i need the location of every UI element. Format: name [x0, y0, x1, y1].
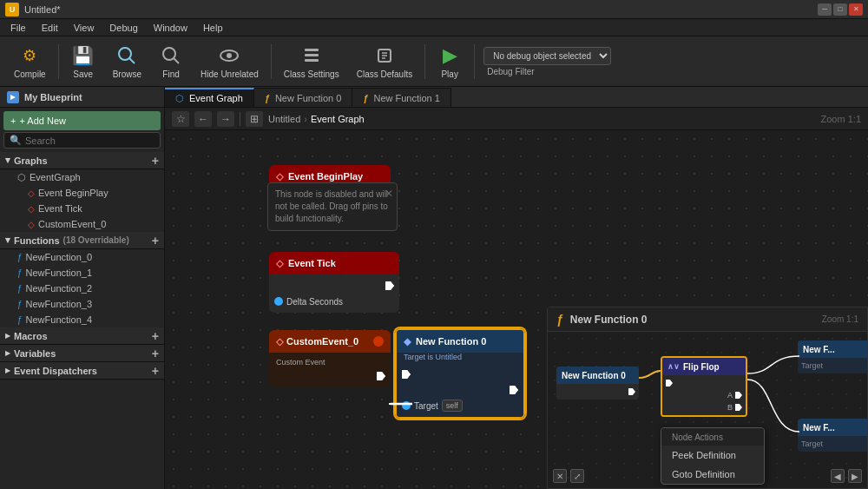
context-menu-peek[interactable]: Peek Definition — [661, 446, 764, 465]
newfunction-0-item[interactable]: ƒ NewFunction_0 — [0, 249, 164, 265]
menu-edit[interactable]: Edit — [35, 21, 65, 35]
hide-label: Hide Unrelated — [201, 69, 259, 79]
mini-node-new-right-bottom[interactable]: New F... Target — [798, 419, 867, 452]
node-custom-event[interactable]: ◇ CustomEvent_0 Custom Event — [269, 330, 391, 387]
menu-file[interactable]: File — [3, 21, 33, 35]
mini-wire-flip-to-right-bottom — [747, 380, 799, 432]
variables-add-button[interactable]: + — [152, 347, 159, 360]
newfunction-2-item[interactable]: ƒ NewFunction_2 — [0, 281, 164, 296]
mini-node-func-entry[interactable]: New Function 0 — [556, 367, 639, 400]
back-button[interactable]: ← — [194, 111, 212, 127]
toolbar-separator-4 — [474, 44, 475, 79]
context-menu-goto[interactable]: Goto Definition — [661, 465, 764, 484]
graphs-add-button[interactable]: + — [152, 154, 159, 168]
tick-exec-pin — [385, 281, 394, 290]
find-label: Find — [162, 69, 179, 79]
mini-node-new-right-top[interactable]: New F... Target — [798, 340, 867, 373]
mini-func-entry-exec — [556, 386, 639, 398]
graphs-section-header[interactable]: ▾ Graphs + — [0, 152, 164, 169]
graph-canvas[interactable]: ◇ Event BeginPlay ✕ This node is disable… — [165, 130, 868, 489]
mini-flip-exec-in — [662, 377, 746, 389]
functions-add-button[interactable]: + — [152, 234, 159, 248]
macros-label: Macros — [14, 331, 48, 341]
blueprint-icon — [7, 91, 19, 103]
find-button[interactable]: Find — [152, 40, 190, 83]
compile-button[interactable]: ⚙ Compile — [7, 40, 53, 83]
mini-target-label-bottom: Target — [801, 439, 823, 448]
event-tick-item[interactable]: ◇ Event Tick — [0, 201, 164, 216]
macros-chevron-icon: ▸ — [5, 330, 10, 341]
macros-add-button[interactable]: + — [152, 329, 159, 343]
forward-button[interactable]: → — [217, 111, 234, 127]
functions-section-header[interactable]: ▾ Functions (18 Overridable) + — [0, 232, 164, 249]
mini-flip-exec-b: B — [662, 401, 746, 413]
tab-new-function-1[interactable]: ƒ New Function 1 — [352, 88, 451, 107]
class-defaults-label: Class Defaults — [357, 69, 412, 79]
mini-zoom-label: Zoom 1:1 — [822, 314, 858, 324]
close-button[interactable]: ✕ — [849, 3, 863, 16]
variables-section-header[interactable]: ▸ Variables + — [0, 345, 164, 362]
mini-nav-right[interactable]: ▶ — [848, 469, 862, 483]
svg-rect-7 — [305, 54, 319, 56]
custom-event-indicator — [373, 336, 384, 347]
class-settings-button[interactable]: Class Settings — [277, 40, 346, 83]
event-dispatchers-label: Event Dispatchers — [14, 366, 97, 376]
mini-orange-wire — [639, 371, 661, 378]
node-tick-header: ◇ Event Tick — [269, 252, 399, 274]
class-defaults-button[interactable]: Class Defaults — [350, 40, 419, 83]
menu-view[interactable]: View — [67, 21, 102, 35]
node-new-function-0[interactable]: ◆ New Function 0 Target is Untitled Targ… — [395, 328, 525, 419]
mini-preview-canvas[interactable]: New Function 0 ∧∨ Flip Flop — [548, 332, 867, 488]
mini-expand-button[interactable]: ⤢ — [570, 469, 584, 483]
tab-new-function-0[interactable]: ƒ New Function 0 — [254, 88, 353, 107]
mini-preview-header: ƒ New Function 0 Zoom 1:1 — [548, 307, 867, 332]
newfunction-1-item[interactable]: ƒ NewFunction_1 — [0, 265, 164, 281]
play-button[interactable]: ▶ Play — [431, 40, 469, 83]
newfunction-3-item[interactable]: ƒ NewFunction_3 — [0, 296, 164, 312]
event-dispatchers-section-header[interactable]: ▸ Event Dispatchers + — [0, 362, 164, 380]
menu-debug[interactable]: Debug — [102, 21, 144, 35]
event-beginplay-item[interactable]: ◇ Event BeginPlay — [0, 185, 164, 201]
functions-label: Functions — [14, 235, 60, 246]
mini-close-button[interactable]: ✕ — [553, 469, 567, 483]
mini-func-entry-body — [556, 384, 639, 400]
mini-flip-flop-body: A B — [662, 375, 746, 415]
search-input[interactable] — [25, 135, 155, 146]
tab-event-graph-label: Event Graph — [189, 93, 243, 103]
browse-button[interactable]: Browse — [106, 40, 148, 83]
right-panel: ⬡ Event Graph ƒ New Function 0 ƒ New Fun… — [165, 87, 868, 489]
event-dispatchers-add-button[interactable]: + — [152, 364, 159, 378]
mini-nav-left[interactable]: ◀ — [831, 469, 845, 483]
eventgraph-item[interactable]: ⬡ EventGraph — [0, 169, 164, 185]
minimize-button[interactable]: ─ — [818, 3, 832, 16]
menubar: File Edit View Debug Window Help — [0, 19, 868, 36]
menu-help[interactable]: Help — [196, 21, 230, 35]
menu-window[interactable]: Window — [147, 21, 194, 35]
custom-event-exec-pin — [377, 372, 385, 380]
context-menu: Node Actions Peek Definition Goto Defini… — [661, 427, 765, 485]
node-event-tick[interactable]: ◇ Event Tick Delta Seconds — [269, 252, 399, 313]
mini-node-flip-flop[interactable]: ∧∨ Flip Flop A B — [661, 356, 747, 417]
pin-new-func-exec-in — [397, 367, 523, 382]
svg-line-3 — [174, 58, 179, 63]
tab-event-graph[interactable]: ⬡ Event Graph — [165, 88, 254, 107]
maximize-button[interactable]: □ — [833, 3, 847, 16]
newfunction-4-label: NewFunction_4 — [26, 314, 92, 325]
debug-object-select[interactable]: No debug object selected — [483, 47, 611, 65]
toolbar-divider — [240, 112, 240, 126]
newfunction-4-item[interactable]: ƒ NewFunction_4 — [0, 312, 164, 327]
bookmark-button[interactable]: ☆ — [172, 111, 189, 127]
breadcrumb-root[interactable]: Untitled — [268, 114, 300, 124]
home-button[interactable]: ⊞ — [246, 111, 263, 127]
hide-unrelated-button[interactable]: Hide Unrelated — [194, 40, 266, 83]
event-tick-label: Event Tick — [38, 203, 82, 214]
toolbar: ⚙ Compile 💾 Save Browse Find Hide Unrela… — [0, 36, 868, 87]
mini-right-top-body: Target — [798, 358, 867, 373]
event-beginplay-label: Event BeginPlay — [38, 188, 108, 198]
save-button[interactable]: 💾 Save — [64, 40, 102, 83]
disabled-message-close[interactable]: ✕ — [385, 187, 393, 202]
add-new-button[interactable]: + + Add New — [3, 111, 161, 130]
macros-section-header[interactable]: ▸ Macros + — [0, 327, 164, 345]
event-tick-icon: ◇ — [28, 204, 35, 214]
customevent-item[interactable]: ◇ CustomEvent_0 — [0, 216, 164, 232]
